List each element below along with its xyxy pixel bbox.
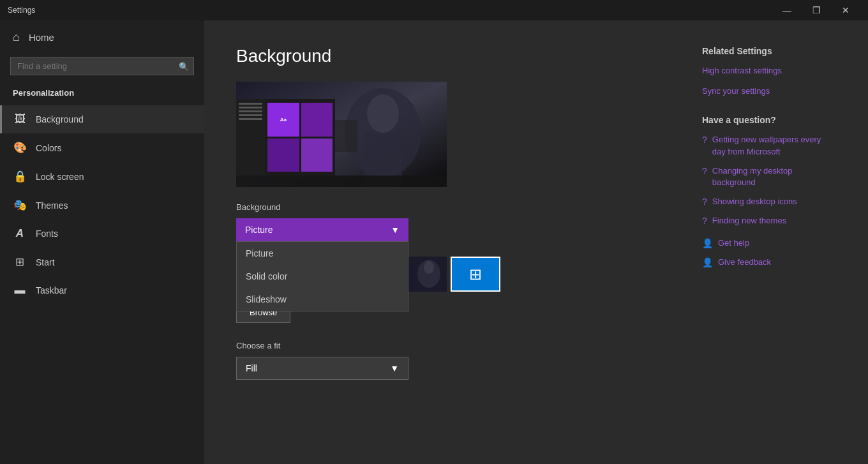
sidebar-item-background[interactable]: 🖼 Background xyxy=(0,105,204,133)
preview-tiles-right: Aa xyxy=(265,99,335,176)
lock-icon: 🔒 xyxy=(13,170,27,183)
preview-start-menu: Aa xyxy=(236,99,335,176)
minimize-button[interactable]: — xyxy=(772,0,802,20)
sidebar-item-background-label: Background xyxy=(36,114,84,124)
colors-icon: 🎨 xyxy=(13,141,27,154)
right-panel: Related Settings High contrast settings … xyxy=(702,46,830,438)
start-icon: ⊞ xyxy=(13,255,27,269)
background-icon: 🖼 xyxy=(13,113,27,126)
help-icon-themes: ? xyxy=(702,216,707,226)
sidebar: ⌂ Home 🔍 Personalization 🖼 Background 🎨 … xyxy=(0,20,204,464)
content-area: Background xyxy=(236,46,664,438)
page-title: Background xyxy=(236,46,664,66)
dropdown-item-picture[interactable]: Picture xyxy=(237,242,408,265)
app-body: ⌂ Home 🔍 Personalization 🖼 Background 🎨 … xyxy=(0,20,868,464)
fit-dropdown[interactable]: Fill ▼ xyxy=(236,357,408,380)
tile-line-5 xyxy=(239,118,262,120)
sidebar-item-start-label: Start xyxy=(36,257,55,267)
sidebar-item-fonts[interactable]: A Fonts xyxy=(0,220,204,248)
close-button[interactable]: ✕ xyxy=(831,0,860,20)
related-settings-title: Related Settings xyxy=(702,46,830,56)
tile-line-1 xyxy=(239,103,262,105)
home-nav-item[interactable]: ⌂ Home xyxy=(0,20,204,54)
themes-link[interactable]: Finding new themes xyxy=(712,215,786,227)
search-input[interactable] xyxy=(10,57,194,75)
restore-button[interactable]: ❐ xyxy=(802,0,831,20)
windows-logo-icon: ⊞ xyxy=(469,266,482,283)
app-title: Settings xyxy=(8,6,35,15)
background-section-label: Background xyxy=(236,202,664,212)
sidebar-item-colors-label: Colors xyxy=(36,143,61,153)
main-content: Background xyxy=(204,20,868,464)
fit-chevron-icon: ▼ xyxy=(390,363,399,373)
sidebar-item-lock-screen[interactable]: 🔒 Lock screen xyxy=(0,162,204,191)
sidebar-item-themes[interactable]: 🎭 Themes xyxy=(0,191,204,220)
fit-selected-value: Fill xyxy=(246,363,257,373)
have-question-title: Have a question? xyxy=(702,115,830,125)
sidebar-item-themes-label: Themes xyxy=(36,200,68,211)
fit-section: Choose a fit Fill ▼ xyxy=(236,341,664,380)
search-icon: 🔍 xyxy=(179,61,189,71)
preview-tile-3 xyxy=(267,138,299,172)
give-feedback-icon: 👤 xyxy=(702,257,713,267)
dropdown-selected-value: Picture xyxy=(245,225,273,235)
background-dropdown[interactable]: Picture ▼ xyxy=(236,218,408,241)
window-controls: — ❐ ✕ xyxy=(772,0,860,20)
dropdown-item-slideshow[interactable]: Slideshow xyxy=(237,288,408,311)
help-item-desktop-bg: ? Changing my desktop background xyxy=(702,165,830,188)
sidebar-item-taskbar[interactable]: ▬ Taskbar xyxy=(0,276,204,304)
help-icon-desktop-icons: ? xyxy=(702,197,707,207)
dropdown-menu: Picture Solid color Slideshow xyxy=(236,241,408,311)
tile-line-3 xyxy=(239,110,262,112)
home-label: Home xyxy=(29,32,54,43)
themes-icon: 🎭 xyxy=(13,198,27,212)
preview-tile-aa: Aa xyxy=(267,103,299,137)
sidebar-item-lock-label: Lock screen xyxy=(36,172,84,182)
sidebar-item-start[interactable]: ⊞ Start xyxy=(0,248,204,276)
get-help-item: 👤 Get help xyxy=(702,237,830,249)
get-help-icon: 👤 xyxy=(702,238,713,248)
svg-rect-4 xyxy=(332,120,357,152)
help-item-desktop-icons: ? Showing desktop icons xyxy=(702,196,830,207)
preview-tile-4 xyxy=(301,138,333,172)
sidebar-item-fonts-label: Fonts xyxy=(36,228,58,239)
search-box: 🔍 xyxy=(10,57,194,75)
preview-tiles-left xyxy=(236,99,265,176)
tile-line-2 xyxy=(239,107,262,109)
svg-point-2 xyxy=(367,94,399,133)
give-feedback-link[interactable]: Give feedback xyxy=(718,257,771,268)
dropdown-item-solid-color[interactable]: Solid color xyxy=(237,265,408,288)
help-icon-wallpapers: ? xyxy=(702,135,707,145)
fit-label: Choose a fit xyxy=(236,341,664,350)
get-help-link[interactable]: Get help xyxy=(718,237,749,249)
help-item-themes: ? Finding new themes xyxy=(702,215,830,227)
windows-logo-thumbnail: ⊞ xyxy=(452,258,499,290)
titlebar: Settings — ❐ ✕ xyxy=(0,0,868,20)
sidebar-item-colors[interactable]: 🎨 Colors xyxy=(0,133,204,162)
dropdown-chevron-icon: ▼ xyxy=(391,225,400,235)
taskbar-icon: ▬ xyxy=(13,284,27,297)
preview-tile-2 xyxy=(301,103,333,137)
preview-container: Aa xyxy=(236,82,447,187)
desktop-bg-link[interactable]: Changing my desktop background xyxy=(712,165,830,188)
fonts-icon: A xyxy=(13,227,27,240)
home-icon: ⌂ xyxy=(13,31,20,44)
help-item-wallpapers: ? Getting new wallpapers every day from … xyxy=(702,134,830,157)
preview-taskbar xyxy=(236,176,447,187)
high-contrast-link[interactable]: High contrast settings xyxy=(702,65,830,77)
background-dropdown-container: Picture ▼ Picture Solid color Slideshow xyxy=(236,218,408,241)
svg-point-15 xyxy=(424,261,434,274)
help-icon-desktop-bg: ? xyxy=(702,166,707,176)
wallpapers-link[interactable]: Getting new wallpapers every day from Mi… xyxy=(712,134,830,157)
desktop-icons-link[interactable]: Showing desktop icons xyxy=(712,196,797,207)
give-feedback-item: 👤 Give feedback xyxy=(702,257,830,268)
sidebar-section-title: Personalization xyxy=(0,83,204,105)
sidebar-item-taskbar-label: Taskbar xyxy=(36,285,67,296)
tile-line-4 xyxy=(239,114,262,116)
sync-settings-link[interactable]: Sync your settings xyxy=(702,86,830,97)
thumbnail-5[interactable]: ⊞ xyxy=(451,257,500,292)
